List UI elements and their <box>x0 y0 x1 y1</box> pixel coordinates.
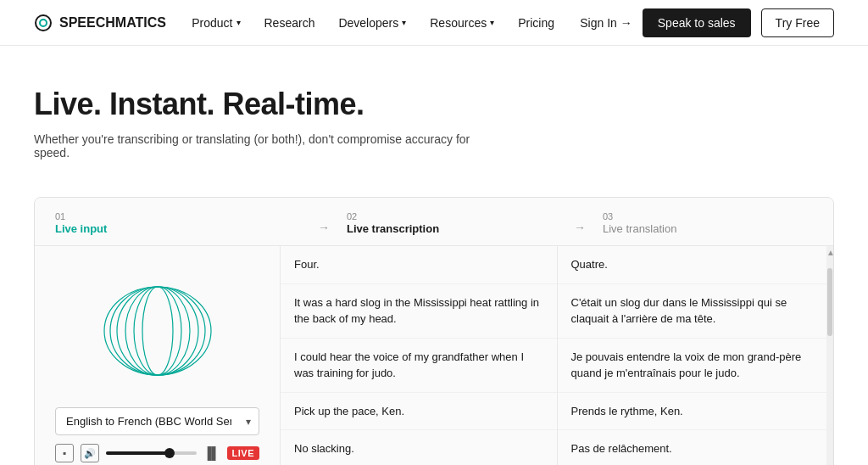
translation-cell: C'était un slog dur dans le Mississippi … <box>558 284 834 338</box>
svg-point-1 <box>40 20 47 26</box>
transcript-cell: I could hear the voice of my grandfather… <box>281 339 557 392</box>
table-row: Pick up the pace, Ken. <box>281 393 557 431</box>
translation-cell: Pas de relâchement. <box>558 430 834 465</box>
nav-resources[interactable]: Resources ▾ <box>430 16 494 30</box>
step-3: 03 Live translation <box>603 211 813 235</box>
steps-header: 01 Live input → 02 Live transcription → … <box>35 198 833 245</box>
resources-chevron-icon: ▾ <box>490 18 494 27</box>
table-row: Je pouvais entendre la voix de mon grand… <box>558 339 834 393</box>
player-controls: ▪ 🔊 ▐▌ LIVE <box>55 444 259 462</box>
svg-point-0 <box>36 15 51 31</box>
logo-icon <box>34 14 53 32</box>
arrow-1-icon: → <box>318 212 330 234</box>
svg-point-5 <box>117 287 198 375</box>
demo-content: English to French (BBC World Service) ▾ … <box>35 245 833 465</box>
arrow-2-icon: → <box>574 212 586 234</box>
progress-bar[interactable] <box>106 451 197 455</box>
nav-research[interactable]: Research <box>264 16 315 30</box>
logo-text: SPEECHMATICS <box>59 15 166 31</box>
nav-actions: Sign In → Speak to sales Try Free <box>580 8 834 37</box>
audio-wave-graphic <box>98 272 217 390</box>
table-row: Prends le rythme, Ken. <box>558 393 834 431</box>
scrollbar[interactable]: ▲ ▼ <box>826 246 833 465</box>
progress-fill <box>106 451 170 455</box>
transcript-cell: It was a hard slog in the Mississippi he… <box>281 284 557 338</box>
table-row: C'était un slog dur dans le Mississippi … <box>558 284 834 339</box>
stop-icon: ▪ <box>63 447 66 459</box>
try-free-button[interactable]: Try Free <box>761 8 834 37</box>
speak-to-sales-button[interactable]: Speak to sales <box>643 8 751 37</box>
volume-button[interactable]: 🔊 <box>81 444 99 462</box>
stop-button[interactable]: ▪ <box>55 444 74 462</box>
transcript-cell: Four. <box>281 246 557 283</box>
bars-icon[interactable]: ▐▌ <box>203 446 220 460</box>
translation-cell: Quatre. <box>558 246 834 283</box>
developers-chevron-icon: ▾ <box>402 18 406 27</box>
step-2: 02 Live transcription <box>347 211 557 235</box>
table-row: No slacking. <box>281 430 557 465</box>
transcription-translation-panels: Four. It was a hard slog in the Mississi… <box>281 246 833 465</box>
nav-product[interactable]: Product ▾ <box>192 16 240 30</box>
transcript-cell: No slacking. <box>281 430 557 465</box>
hero-subtitle: Whether you're transcribing or translati… <box>34 132 509 160</box>
translation-cell: Je pouvais entendre la voix de mon grand… <box>558 339 834 392</box>
live-badge: LIVE <box>227 446 259 460</box>
svg-point-3 <box>134 287 181 375</box>
hero-title: Live. Instant. Real-time. <box>34 87 834 122</box>
demo-box: 01 Live input → 02 Live transcription → … <box>34 197 834 465</box>
table-row: It was a hard slog in the Mississippi he… <box>281 284 557 339</box>
left-panel: English to French (BBC World Service) ▾ … <box>35 246 281 465</box>
transcript-cell: Pick up the pace, Ken. <box>281 393 557 430</box>
language-dropdown[interactable]: English to French (BBC World Service) <box>55 407 259 435</box>
svg-point-4 <box>125 287 190 375</box>
sign-in-link[interactable]: Sign In → <box>580 16 632 30</box>
table-row: I could hear the voice of my grandfather… <box>281 339 557 393</box>
step-1: 01 Live input <box>55 211 301 235</box>
hero-section: Live. Instant. Real-time. Whether you're… <box>0 46 868 176</box>
translation-panel: Quatre. C'était un slog dur dans le Miss… <box>558 246 834 465</box>
svg-point-7 <box>104 287 211 375</box>
table-row: Four. <box>281 246 557 284</box>
scroll-up-icon[interactable]: ▲ <box>826 246 833 260</box>
table-row: Quatre. <box>558 246 834 284</box>
svg-point-2 <box>142 287 173 375</box>
nav-links: Product ▾ Research Developers ▾ Resource… <box>192 16 554 30</box>
product-chevron-icon: ▾ <box>236 18 241 27</box>
nav-developers[interactable]: Developers ▾ <box>338 16 406 30</box>
volume-icon: 🔊 <box>84 448 96 459</box>
scroll-thumb[interactable] <box>827 268 832 336</box>
nav-pricing[interactable]: Pricing <box>518 16 554 30</box>
logo[interactable]: SPEECHMATICS <box>34 14 166 32</box>
table-row: Pas de relâchement. <box>558 430 834 465</box>
svg-point-6 <box>110 287 205 375</box>
language-selector[interactable]: English to French (BBC World Service) ▾ <box>55 407 259 435</box>
progress-thumb[interactable] <box>164 448 175 458</box>
translation-cell: Prends le rythme, Ken. <box>558 393 834 430</box>
transcription-panel: Four. It was a hard slog in the Mississi… <box>281 246 558 465</box>
right-content: Four. It was a hard slog in the Mississi… <box>281 246 833 465</box>
